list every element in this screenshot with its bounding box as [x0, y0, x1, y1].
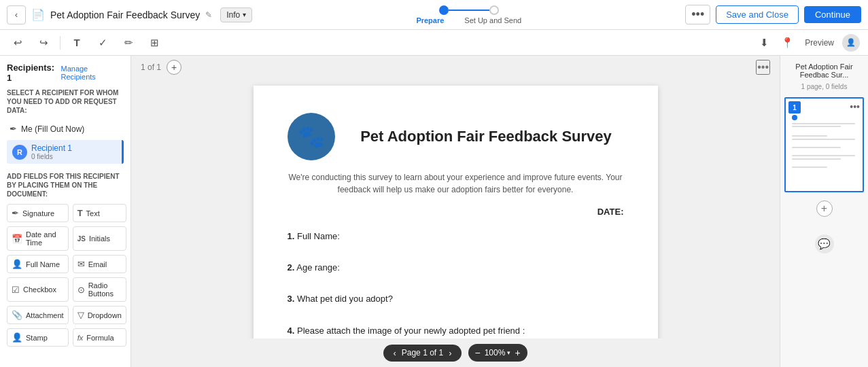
- recipient-fields: 0 fields: [31, 153, 72, 160]
- canvas-add-page-button[interactable]: +: [167, 60, 181, 75]
- topbar-more-button[interactable]: •••: [685, 5, 710, 24]
- table-tool-button[interactable]: ⊞: [145, 33, 164, 52]
- email-label: Email: [88, 260, 107, 268]
- sidebar: Recipients: 1 Manage Recipients SELECT A…: [0, 56, 131, 367]
- user-avatar-button[interactable]: 👤: [842, 34, 860, 52]
- add-page-button[interactable]: +: [816, 200, 833, 217]
- canvas-area: 1 of 1 + ••• 🐾 Pet Adoption Fair Feedbac…: [131, 56, 780, 367]
- right-panel-bottom: 💬: [815, 234, 834, 254]
- zoom-group: − 100% ▾ +: [468, 344, 527, 362]
- canvas-scroll[interactable]: 🐾 Pet Adoption Fair Feedback Survey We'r…: [131, 79, 780, 338]
- toolbar-right: ⬇ 📍 Preview 👤: [754, 33, 860, 52]
- topbar: ‹ 📄 Pet Adoption Fair Feedback Survey ✎ …: [0, 0, 868, 30]
- step2-circle: [489, 5, 499, 15]
- zoom-value-dropdown[interactable]: 100% ▾: [485, 348, 511, 357]
- question-2: 2. Age range:: [288, 262, 624, 274]
- chat-icon-button[interactable]: 💬: [815, 234, 834, 254]
- continue-button[interactable]: Continue: [804, 6, 861, 23]
- signature-field[interactable]: ✒ Signature: [7, 204, 69, 222]
- info-chevron-icon: ▾: [243, 11, 246, 18]
- thumbnail-line-1: [792, 123, 855, 124]
- checkbox-label: Checkbox: [23, 285, 56, 294]
- zoom-out-button[interactable]: −: [475, 347, 481, 358]
- checkbox-field[interactable]: ☑ Checkbox: [7, 277, 69, 302]
- check-tool-button[interactable]: ✓: [93, 33, 112, 52]
- question-3: 3. What pet did you adopt?: [288, 293, 624, 305]
- select-recipient-label: SELECT A RECIPIENT FOR WHOM YOU NEED TO …: [7, 88, 124, 115]
- preview-button[interactable]: Preview: [801, 33, 838, 52]
- back-button[interactable]: ‹: [7, 5, 26, 24]
- back-icon: ‹: [15, 10, 18, 20]
- right-panel: Pet Adoption Fair Feedbac Sur... 1 page,…: [780, 56, 868, 367]
- page-text: Page 1 of 1: [402, 348, 443, 357]
- toolbar-divider: [60, 36, 60, 50]
- preview-label: Preview: [805, 38, 834, 48]
- email-field[interactable]: ✉ Email: [73, 255, 126, 273]
- prev-page-button[interactable]: ‹: [393, 348, 396, 358]
- main-layout: Recipients: 1 Manage Recipients SELECT A…: [0, 56, 868, 367]
- document-title: Pet Adoption Fair Feedback Survey: [50, 10, 200, 20]
- draw-tool-button[interactable]: ✏: [119, 33, 138, 52]
- fullname-label: Full Name: [26, 260, 60, 268]
- dropdown-field[interactable]: ▽ Dropdown: [73, 306, 126, 324]
- text-field[interactable]: T Text: [73, 204, 126, 222]
- email-icon: ✉: [77, 259, 85, 269]
- page-indicator: 1 of 1: [141, 63, 161, 72]
- initials-field[interactable]: JS Initials: [73, 226, 126, 251]
- dropdown-icon: ▽: [77, 310, 84, 320]
- download-button[interactable]: ⬇: [754, 33, 774, 52]
- recipient-name: Recipient 1: [31, 143, 72, 153]
- pagination-pill: ‹ Page 1 of 1 ›: [383, 345, 461, 362]
- stamp-field[interactable]: 👤 Stamp: [7, 328, 69, 347]
- canvas-more-button[interactable]: •••: [756, 60, 770, 75]
- radio-field[interactable]: ⊙ Radio Buttons: [73, 277, 126, 302]
- attachment-icon: 📎: [12, 310, 22, 320]
- fullname-field[interactable]: 👤 Full Name: [7, 255, 69, 273]
- step-line: [449, 10, 489, 11]
- thumbnail-page-num: 1: [788, 101, 801, 113]
- text-tool-button[interactable]: T: [67, 33, 86, 52]
- radio-label: Radio Buttons: [88, 281, 122, 298]
- step1-label[interactable]: Prepare: [416, 16, 444, 24]
- stamp-icon: 👤: [12, 332, 22, 343]
- doc-date-row: DATE:: [288, 207, 624, 217]
- attachment-field[interactable]: 📎 Attachment: [7, 306, 69, 324]
- doc-header: 🐾 Pet Adoption Fair Feedback Survey: [288, 113, 624, 160]
- edit-title-icon[interactable]: ✎: [205, 10, 212, 20]
- paw-icon-circle: 🐾: [288, 113, 335, 160]
- undo-button[interactable]: ↩: [8, 33, 27, 52]
- formula-field[interactable]: fx Formula: [73, 328, 126, 347]
- canvas-topbar-left: 1 of 1 +: [141, 60, 181, 75]
- save-close-button[interactable]: Save and Close: [716, 5, 799, 24]
- progress-steps: Prepare Set Up and Send: [416, 5, 521, 24]
- step2-label[interactable]: Set Up and Send: [464, 16, 521, 24]
- thumbnail-line-8: [792, 167, 827, 168]
- info-button[interactable]: Info ▾: [220, 7, 252, 22]
- thumbnail-line-7: [792, 158, 841, 160]
- redo-button[interactable]: ↪: [34, 33, 53, 52]
- recipients-count: Recipients: 1: [7, 63, 60, 83]
- location-button[interactable]: 📍: [778, 33, 797, 52]
- attachment-label: Attachment: [26, 311, 64, 319]
- datetime-field[interactable]: 📅 Date and Time: [7, 226, 69, 251]
- page-thumbnail[interactable]: 1 •••: [784, 97, 864, 192]
- datetime-icon: 📅: [12, 234, 22, 244]
- next-page-button[interactable]: ›: [449, 348, 451, 358]
- document-page: 🐾 Pet Adoption Fair Feedback Survey We'r…: [254, 86, 658, 338]
- manage-recipients-link[interactable]: Manage Recipients: [60, 65, 124, 81]
- datetime-label: Date and Time: [26, 230, 64, 247]
- toolbar: ↩ ↪ T ✓ ✏ ⊞ ⬇ 📍 Preview 👤: [0, 30, 868, 56]
- q4-num: 4.: [288, 326, 295, 336]
- me-fill-out-item[interactable]: ✒ Me (Fill Out Now): [7, 120, 124, 137]
- thumbnail-more-button[interactable]: •••: [850, 101, 860, 112]
- question-1: 1. Full Name:: [288, 230, 624, 243]
- thumbnail-dot: [792, 115, 797, 120]
- fullname-icon: 👤: [12, 259, 22, 269]
- text-icon: T: [77, 208, 83, 218]
- pagination-bar: ‹ Page 1 of 1 › − 100% ▾ +: [131, 338, 780, 367]
- me-label: Me (Fill Out Now): [21, 124, 84, 134]
- thumbnail-line-2: [792, 126, 841, 127]
- zoom-in-button[interactable]: +: [515, 347, 520, 358]
- thumbnail-line-4: [792, 139, 855, 140]
- recipient-1-item[interactable]: R Recipient 1 0 fields: [7, 140, 124, 164]
